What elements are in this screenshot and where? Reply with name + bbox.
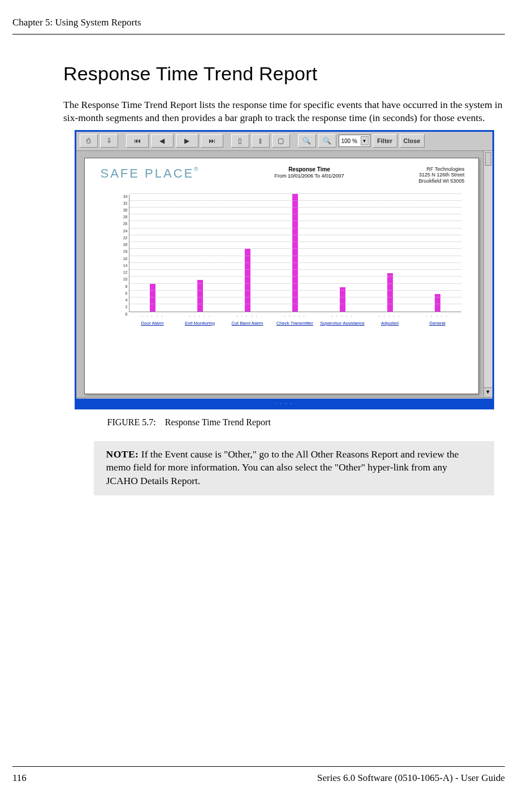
first-icon: ⏮	[134, 137, 141, 145]
y-tick: 34	[123, 194, 128, 198]
header-rule	[12, 34, 505, 34]
page-number: 116	[12, 772, 27, 784]
y-tick: 10	[123, 277, 128, 281]
chart-x-labels: Door AlarmExit MonitoringCut Band AlarmC…	[129, 314, 461, 330]
y-tick: 16	[123, 256, 128, 260]
y-tick: 0	[126, 312, 128, 316]
scroll-down-button[interactable]: ▼	[484, 387, 492, 396]
zoom-mode-1-button[interactable]: ▯	[231, 134, 249, 148]
next-page-button[interactable]: ▶	[176, 134, 198, 148]
export-icon: ⇩	[106, 137, 112, 145]
print-icon: ⎙	[86, 137, 90, 145]
y-tick: 2	[126, 305, 128, 309]
bar	[387, 273, 393, 311]
note-text: If the Event cause is "Other," go to the…	[106, 448, 459, 486]
bar	[197, 280, 203, 311]
page-width-icon: ⫿	[259, 137, 262, 145]
zoom-mode-3-button[interactable]: ▢	[272, 134, 290, 148]
page-indicator-bar: · · · ·	[76, 399, 492, 408]
bar-group: ᵢ ᵢ ᵢ ᵢ ᵢ	[129, 195, 177, 312]
x-label-link[interactable]: Exit Monitoring	[176, 314, 224, 330]
footer-doc-title: Series 6.0 Software (0510-1065-A) - User…	[317, 772, 505, 784]
bar	[150, 284, 155, 312]
bar	[340, 287, 345, 312]
zoom-select[interactable]: 100 % ▼	[339, 135, 370, 147]
x-label-link[interactable]: Adjusted	[366, 314, 414, 330]
print-button[interactable]: ⎙	[80, 134, 98, 148]
bar-group: ᵢ ᵢ ᵢ ᵢ ᵢ	[319, 195, 366, 312]
section-title: Response Time Trend Report	[63, 63, 505, 85]
y-tick: 12	[123, 270, 128, 274]
y-tick: 24	[123, 228, 128, 232]
y-tick: 26	[123, 222, 128, 226]
close-button[interactable]: Close	[400, 134, 425, 148]
zoom-out-button[interactable]: 🔍	[318, 134, 336, 148]
chart-plot-area: ᵢ ᵢ ᵢ ᵢ ᵢᵢ ᵢ ᵢ ᵢ ᵢᵢ ᵢ ᵢ ᵢ ᵢᵢ ᵢ ᵢ ᵢ ᵢᵢ ᵢ …	[129, 195, 461, 312]
zoom-mode-2-button[interactable]: ⫿	[252, 134, 270, 148]
zoom-out-icon: 🔍	[323, 137, 331, 145]
page-fit-icon: ▢	[278, 137, 284, 145]
bar	[292, 194, 298, 312]
next-icon: ▶	[184, 137, 189, 145]
first-page-button[interactable]: ⏮	[126, 134, 149, 148]
figure: ⎙ ⇩ ⏮ ◀ ▶ ⏭ ▯ ⫿ ▢ 🔍 🔍 100 % ▼	[75, 130, 494, 496]
bar-group: ᵢ ᵢ ᵢ ᵢ ᵢ	[271, 195, 319, 312]
figure-caption-text: Response Time Trend Report	[165, 417, 271, 427]
filter-button[interactable]: Filter	[373, 134, 397, 148]
x-label-link[interactable]: Check Transmitter	[271, 314, 319, 330]
report-title: Response Time From 10/01/2006 To 4/01/20…	[275, 166, 344, 184]
y-tick: 4	[126, 298, 128, 302]
y-tick: 32	[123, 201, 128, 205]
y-tick: 22	[123, 235, 128, 239]
footer-rule	[12, 766, 505, 767]
report-brand: SAFE PLACE®	[101, 166, 200, 184]
bar-group: ᵢ ᵢ ᵢ ᵢ ᵢ	[414, 195, 461, 312]
running-head: Chapter 5: Using System Reports	[12, 17, 505, 28]
zoom-in-button[interactable]: 🔍	[298, 134, 316, 148]
bar-group: ᵢ ᵢ ᵢ ᵢ ᵢ	[176, 195, 224, 312]
y-tick: 6	[126, 291, 128, 295]
y-tick: 8	[126, 284, 128, 288]
figure-label: FIGURE 5.7:	[107, 417, 156, 427]
x-label-link[interactable]: Door Alarm	[129, 314, 176, 330]
intro-paragraph: The Response Time Trend Report lists the…	[63, 98, 505, 124]
viewer-toolbar: ⎙ ⇩ ⏮ ◀ ▶ ⏭ ▯ ⫿ ▢ 🔍 🔍 100 % ▼	[76, 132, 492, 151]
chevron-down-icon: ▼	[361, 136, 369, 145]
prev-page-button[interactable]: ◀	[151, 134, 174, 148]
report-page: SAFE PLACE® Response Time From 10/01/200…	[84, 158, 479, 394]
note-box: NOTE: If the Event cause is "Other," go …	[94, 441, 494, 496]
bar-group: ᵢ ᵢ ᵢ ᵢ ᵢ	[224, 195, 271, 312]
scrollbar-thumb[interactable]	[485, 152, 491, 166]
figure-caption: FIGURE 5.7: Response Time Trend Report	[107, 417, 494, 428]
y-tick: 20	[123, 243, 128, 247]
vertical-scrollbar[interactable]: ▼	[483, 151, 492, 396]
bar-group: ᵢ ᵢ ᵢ ᵢ ᵢ	[366, 195, 414, 312]
last-page-button[interactable]: ⏭	[201, 134, 223, 148]
x-label-link[interactable]: Supervisor Assistance	[319, 314, 366, 330]
y-tick: 18	[123, 249, 128, 253]
report-viewer-window: ⎙ ⇩ ⏮ ◀ ▶ ⏭ ▯ ⫿ ▢ 🔍 🔍 100 % ▼	[75, 130, 494, 409]
last-icon: ⏭	[209, 137, 215, 145]
page-icon: ▯	[238, 137, 242, 145]
x-label-link[interactable]: Cut Band Alarm	[224, 314, 271, 330]
x-label-link[interactable]: General	[414, 314, 461, 330]
zoom-in-icon: 🔍	[302, 137, 311, 145]
chart-y-axis: 3432302826242220181614121086420	[116, 195, 129, 312]
y-tick: 14	[123, 263, 128, 267]
zoom-value: 100 %	[341, 138, 357, 144]
viewer-body: SAFE PLACE® Response Time From 10/01/200…	[76, 151, 492, 408]
response-time-chart: 3432302826242220181614121086420 ᵢ ᵢ ᵢ ᵢ …	[116, 195, 461, 330]
note-label: NOTE:	[106, 448, 139, 460]
y-tick: 30	[123, 208, 128, 211]
bar	[245, 249, 250, 311]
report-company-block: RF Technologies 3125 N 126th Street Broo…	[418, 166, 464, 184]
export-button[interactable]: ⇩	[100, 134, 118, 148]
prev-icon: ◀	[159, 137, 165, 145]
y-tick: 28	[123, 215, 128, 219]
